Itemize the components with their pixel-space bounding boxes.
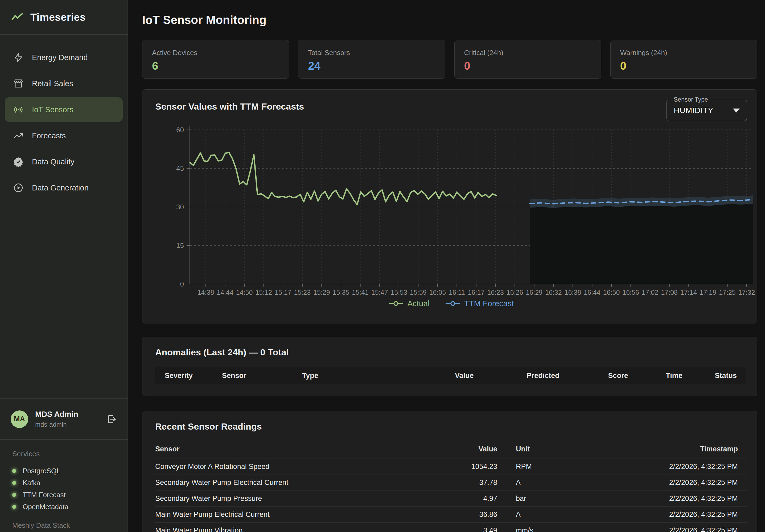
stat-label: Total Sensors xyxy=(308,49,435,57)
avatar: MA xyxy=(11,410,28,428)
zap-icon xyxy=(13,52,23,63)
sidebar-item-data-quality[interactable]: Data Quality xyxy=(5,149,123,174)
service-item-kafka: Kafka xyxy=(12,477,115,489)
svg-text:60: 60 xyxy=(176,126,184,134)
chart-title: Sensor Values with TTM Forecasts xyxy=(155,101,747,112)
readings-title: Recent Sensor Readings xyxy=(155,421,747,432)
svg-text:15:41: 15:41 xyxy=(352,289,369,296)
radio-icon xyxy=(13,105,23,115)
table-row: Main Water Pump Vibration3.49mm/s2/2/202… xyxy=(155,523,747,532)
svg-text:16:26: 16:26 xyxy=(506,289,523,296)
sensor-type-select[interactable]: Sensor Type HUMIDITY xyxy=(666,100,747,121)
sidebar-item-iot-sensors[interactable]: IoT Sensors xyxy=(5,97,123,122)
sidebar-item-forecasts[interactable]: Forecasts xyxy=(5,124,123,148)
svg-text:15:35: 15:35 xyxy=(333,289,350,296)
service-name: Kafka xyxy=(23,479,40,487)
cell-unit: A xyxy=(497,510,577,519)
legend-marker-icon xyxy=(388,301,403,306)
status-dot-icon xyxy=(12,505,16,509)
sidebar: Timeseries Energy DemandRetail SalesIoT … xyxy=(0,0,128,532)
stat-label: Active Devices xyxy=(152,49,279,57)
readings-col-timestamp: Timestamp xyxy=(577,445,747,453)
cell-sensor: Secondary Water Pump Pressure xyxy=(155,494,444,503)
services-label: Services xyxy=(12,450,115,458)
svg-text:16:11: 16:11 xyxy=(449,289,465,296)
readings-col-sensor: Sensor xyxy=(155,445,444,453)
sidebar-item-label: Retail Sales xyxy=(32,79,73,88)
brand-name: Timeseries xyxy=(30,11,86,23)
sidebar-nav: Energy DemandRetail SalesIoT SensorsFore… xyxy=(0,35,128,399)
user-info: MDS Admin mds-admin xyxy=(35,410,78,428)
svg-text:16:29: 16:29 xyxy=(526,289,542,296)
trending-up-icon xyxy=(13,131,23,141)
play-circle-icon xyxy=(13,183,23,193)
cell-unit: bar xyxy=(497,494,577,503)
svg-text:17:08: 17:08 xyxy=(661,289,678,296)
logout-icon[interactable] xyxy=(106,414,117,424)
anomalies-col-value: Value xyxy=(388,372,473,380)
sidebar-item-retail-sales[interactable]: Retail Sales xyxy=(5,71,123,96)
svg-text:17:32: 17:32 xyxy=(738,289,755,296)
cell-sensor: Conveyor Motor A Rotational Speed xyxy=(155,462,444,471)
brand: Timeseries xyxy=(0,0,128,35)
cell-value: 1054.23 xyxy=(444,462,497,471)
svg-text:15:17: 15:17 xyxy=(275,289,292,296)
cell-timestamp: 2/2/2026, 4:32:25 PM xyxy=(577,478,747,487)
stat-card-total-sensors: Total Sensors24 xyxy=(298,40,445,79)
service-name: TTM Forecast xyxy=(23,491,66,499)
status-dot-icon xyxy=(12,493,16,497)
anomalies-col-severity: Severity xyxy=(165,372,222,380)
svg-text:14:44: 14:44 xyxy=(217,289,234,296)
table-row: Conveyor Motor A Rotational Speed1054.23… xyxy=(155,459,747,475)
stat-value: 0 xyxy=(620,60,747,72)
cell-sensor: Secondary Water Pump Electrical Current xyxy=(155,478,444,487)
sidebar-item-label: IoT Sensors xyxy=(32,105,73,114)
anomalies-col-status: Status xyxy=(682,372,737,380)
anomalies-col-type: Type xyxy=(302,372,388,380)
svg-text:17:02: 17:02 xyxy=(642,289,658,296)
stat-card-warnings-24h: Warnings (24h)0 xyxy=(610,40,757,79)
service-item-ttm-forecast: TTM Forecast xyxy=(12,489,115,501)
cell-sensor: Main Water Pump Vibration xyxy=(155,526,444,532)
stat-card-active-devices: Active Devices6 xyxy=(142,40,289,79)
services-footer: Meshly Data Stack xyxy=(12,521,115,530)
user-card: MA MDS Admin mds-admin xyxy=(0,399,128,439)
svg-text:14:38: 14:38 xyxy=(198,289,214,296)
readings-header-row: SensorValueUnitTimestamp xyxy=(155,440,747,459)
sidebar-item-label: Forecasts xyxy=(32,132,66,140)
service-name: OpenMetadata xyxy=(23,503,68,511)
anomalies-col-sensor: Sensor xyxy=(222,372,302,380)
legend-label: TTM Forecast xyxy=(464,299,514,308)
sidebar-item-label: Energy Demand xyxy=(32,53,88,62)
sidebar-item-data-generation[interactable]: Data Generation xyxy=(5,175,123,200)
chart-legend: ActualTTM Forecast xyxy=(155,299,747,308)
cell-timestamp: 2/2/2026, 4:32:25 PM xyxy=(577,462,747,471)
anomalies-title: Anomalies (Last 24h) — 0 Total xyxy=(155,347,746,358)
legend-item-actual[interactable]: Actual xyxy=(388,299,429,308)
anomalies-col-predicted: Predicted xyxy=(473,372,559,380)
svg-text:15:59: 15:59 xyxy=(410,289,427,296)
anomalies-header-row: SeveritySensorTypeValuePredictedScoreTim… xyxy=(155,367,746,384)
cell-value: 3.49 xyxy=(444,526,497,532)
services-list: PostgreSQLKafkaTTM ForecastOpenMetadata xyxy=(12,465,115,513)
user-username: mds-admin xyxy=(35,421,78,428)
cell-unit: RPM xyxy=(497,462,577,471)
table-row: Secondary Water Pump Pressure4.97bar2/2/… xyxy=(155,491,747,507)
cell-value: 4.97 xyxy=(444,494,497,503)
stat-value: 24 xyxy=(308,60,435,72)
readings-col-unit: Unit xyxy=(497,445,577,453)
stat-card-critical-24h: Critical (24h)0 xyxy=(454,40,601,79)
cell-timestamp: 2/2/2026, 4:32:25 PM xyxy=(577,510,747,519)
svg-text:16:05: 16:05 xyxy=(429,289,446,296)
service-item-postgresql: PostgreSQL xyxy=(12,465,115,477)
cell-unit: A xyxy=(497,478,577,487)
svg-text:15: 15 xyxy=(176,241,184,249)
sidebar-item-energy-demand[interactable]: Energy Demand xyxy=(5,45,123,70)
svg-text:0: 0 xyxy=(180,280,184,288)
select-value: HUMIDITY xyxy=(674,106,713,115)
sensor-values-chart: 14:3814:4414:5015:1215:1715:2315:2915:35… xyxy=(155,123,755,298)
cell-value: 36.86 xyxy=(444,510,497,519)
legend-item-ttm-forecast[interactable]: TTM Forecast xyxy=(445,299,514,308)
legend-label: Actual xyxy=(407,299,429,308)
table-row: Secondary Water Pump Electrical Current3… xyxy=(155,475,747,491)
